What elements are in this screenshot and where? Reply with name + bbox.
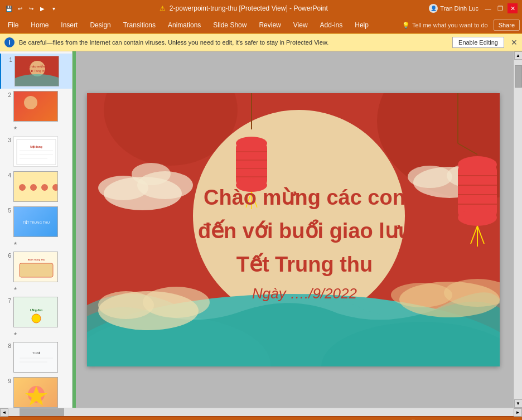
protected-close-button[interactable]: ✕ <box>511 38 518 47</box>
slide-thumb-8[interactable]: 8 Trò chơi <box>0 340 72 375</box>
slide-num-4: 4 <box>3 172 11 178</box>
menu-transitions[interactable]: Transitions <box>118 19 161 31</box>
scroll-track-horizontal[interactable] <box>8 408 514 416</box>
svg-text:Chào mừng các con: Chào mừng các con <box>204 186 405 209</box>
svg-point-2 <box>15 74 59 86</box>
slide-num-9: 9 <box>3 378 11 384</box>
svg-point-77 <box>458 209 497 226</box>
customize-icon[interactable]: ▾ <box>49 4 58 13</box>
svg-point-15 <box>30 184 37 191</box>
user-area: 👤 Tran Dinh Luc <box>429 4 478 13</box>
horizontal-scrollbar: ◄ ► <box>0 408 522 416</box>
menu-slideshow[interactable]: Slide Show <box>207 19 252 31</box>
slide-img-9 <box>13 377 58 408</box>
user-name: Tran Dinh Luc <box>440 5 478 12</box>
menu-addins[interactable]: Add-ins <box>315 19 349 31</box>
undo-icon[interactable]: ↩ <box>16 4 25 13</box>
svg-point-50 <box>391 283 452 307</box>
minimize-button[interactable]: — <box>483 3 493 13</box>
scroll-thumb-vertical[interactable] <box>515 65 522 88</box>
restore-button[interactable]: ❐ <box>495 3 505 13</box>
svg-point-16 <box>41 184 48 191</box>
svg-point-6 <box>24 96 37 109</box>
tell-me-input[interactable]: Tell me what you want to do <box>412 22 488 28</box>
scroll-thumb-horizontal[interactable] <box>20 408 64 416</box>
menu-help[interactable]: Help <box>349 19 374 31</box>
protected-message: Be careful—files from the Internet can c… <box>19 39 448 46</box>
slide-thumb-1[interactable]: 1 Chào mừng Tết Trung thu <box>0 54 72 89</box>
slide-num-8: 8 <box>3 343 11 349</box>
canvas-area: Chào mừng các con đến với buổi giao lưu … <box>72 51 514 408</box>
slide-img-5: TẾT TRUNG THU <box>13 206 58 237</box>
slide-img-8: Trò chơi <box>13 342 58 373</box>
star-5: ★ <box>13 241 17 246</box>
window-controls: — ❐ ✕ <box>483 3 518 13</box>
menu-design[interactable]: Design <box>84 19 116 31</box>
svg-point-25 <box>32 314 41 323</box>
svg-text:Bánh Trung Thu: Bánh Trung Thu <box>28 258 45 261</box>
scroll-right-button[interactable]: ► <box>514 408 522 417</box>
slide-thumb-4[interactable]: 4 <box>0 169 72 204</box>
slide-num-2: 2 <box>3 92 11 98</box>
menu-bar: File Home Insert Design Transitions Anim… <box>0 17 522 33</box>
left-edge-indicator <box>72 51 76 408</box>
svg-rect-22 <box>20 263 53 277</box>
slide-thumb-9[interactable]: 9 ★ <box>0 375 72 408</box>
slide-thumb-3[interactable]: 3 Nội dung <box>0 134 72 169</box>
svg-point-1 <box>30 61 45 76</box>
svg-text:đến với buổi giao lưu: đến với buổi giao lưu <box>197 219 410 243</box>
title-bar-center: ⚠ 2-powerpoint-trung-thu [Protected View… <box>58 4 429 12</box>
close-button[interactable]: ✕ <box>508 3 518 13</box>
slide-thumb-6[interactable]: 6 Bánh Trung Thu ★ <box>0 249 72 295</box>
slide-img-7: Lồng đèn <box>13 297 58 327</box>
slide-img-1: Chào mừng Tết Trung thu <box>14 56 59 86</box>
svg-point-54 <box>132 163 171 185</box>
present-icon[interactable]: ▶ <box>38 4 47 13</box>
slide-img-3: Nội dung <box>13 136 58 167</box>
menu-review[interactable]: Review <box>253 19 286 31</box>
slide-num-5: 5 <box>3 207 11 214</box>
protected-view-bar: i Be careful—files from the Internet can… <box>0 33 522 51</box>
scroll-left-button[interactable]: ◄ <box>0 408 8 417</box>
main-slide[interactable]: Chào mừng các con đến với buổi giao lưu … <box>87 93 500 366</box>
svg-text:Ngày …./9/2022: Ngày …./9/2022 <box>252 285 357 302</box>
slide-num-7: 7 <box>3 298 11 304</box>
slide-num-3: 3 <box>3 137 11 143</box>
svg-point-14 <box>19 184 26 191</box>
star-2: ★ <box>13 125 17 131</box>
slide-num-1: 1 <box>4 57 12 63</box>
svg-text:Nội dung: Nội dung <box>30 145 42 148</box>
title-bar-left: 💾 ↩ ↪ ▶ ▾ <box>4 4 58 13</box>
right-scrollbar: ▲ ▼ <box>514 51 522 408</box>
menu-file[interactable]: File <box>2 19 24 31</box>
menu-insert[interactable]: Insert <box>55 19 83 31</box>
svg-point-57 <box>408 166 452 188</box>
redo-icon[interactable]: ↪ <box>27 4 36 13</box>
svg-point-47 <box>98 291 154 319</box>
user-avatar: 👤 <box>429 4 438 13</box>
slide-thumb-2[interactable]: 2 ★ <box>0 89 72 134</box>
save-icon[interactable]: 💾 <box>4 4 13 13</box>
svg-text:Trò chơi: Trò chơi <box>32 351 40 354</box>
svg-rect-7 <box>14 137 58 167</box>
main-layout: 1 Chào mừng Tết Trung thu 2 <box>0 51 522 408</box>
svg-text:Tết Trung thu: Tết Trung thu <box>236 253 373 276</box>
slide-thumb-5[interactable]: 5 TẾT TRUNG THU ★ <box>0 204 72 249</box>
slide-img-6: Bánh Trung Thu <box>13 252 58 282</box>
menu-animations[interactable]: Animations <box>162 19 206 31</box>
window-title: 2-powerpoint-trung-thu [Protected View] … <box>170 4 328 12</box>
menu-view[interactable]: View <box>288 19 313 31</box>
svg-text:Lồng đèn: Lồng đèn <box>30 308 42 312</box>
share-button[interactable]: Share <box>494 20 520 31</box>
slide-img-4 <box>13 171 58 202</box>
enable-editing-button[interactable]: Enable Editing <box>452 37 504 48</box>
menu-home[interactable]: Home <box>25 19 54 31</box>
scroll-down-button[interactable]: ▼ <box>514 399 523 408</box>
slide-thumb-7[interactable]: 7 Lồng đèn ★ <box>0 295 72 340</box>
scroll-up-button[interactable]: ▲ <box>514 51 523 60</box>
slide-num-6: 6 <box>3 253 11 259</box>
star-7: ★ <box>13 331 17 336</box>
slide-img-2 <box>13 91 58 122</box>
star-6: ★ <box>13 286 17 291</box>
scroll-track-vertical[interactable] <box>514 60 522 399</box>
